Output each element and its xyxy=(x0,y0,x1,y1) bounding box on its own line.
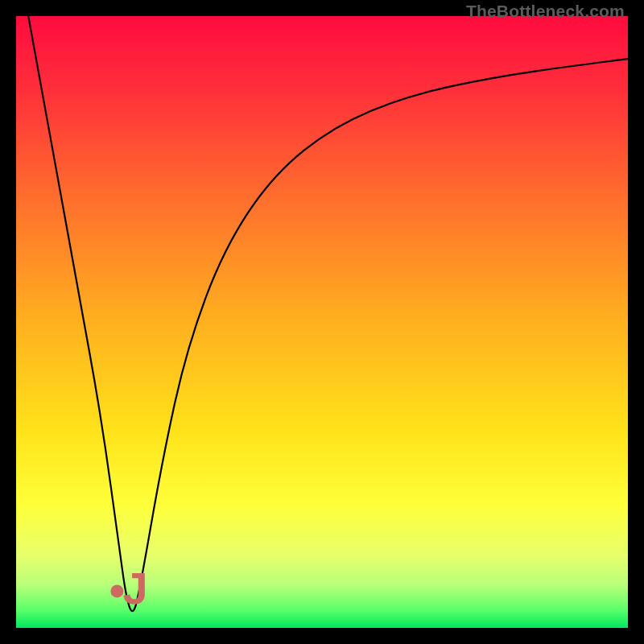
optimum-j-icon: J xyxy=(123,563,148,613)
optimum-dot-icon xyxy=(110,584,123,597)
watermark-label: TheBottleneck.com xyxy=(466,2,625,21)
gradient-background xyxy=(16,16,628,628)
chart-frame: J xyxy=(16,16,628,628)
bottleneck-chart: J xyxy=(16,16,628,628)
